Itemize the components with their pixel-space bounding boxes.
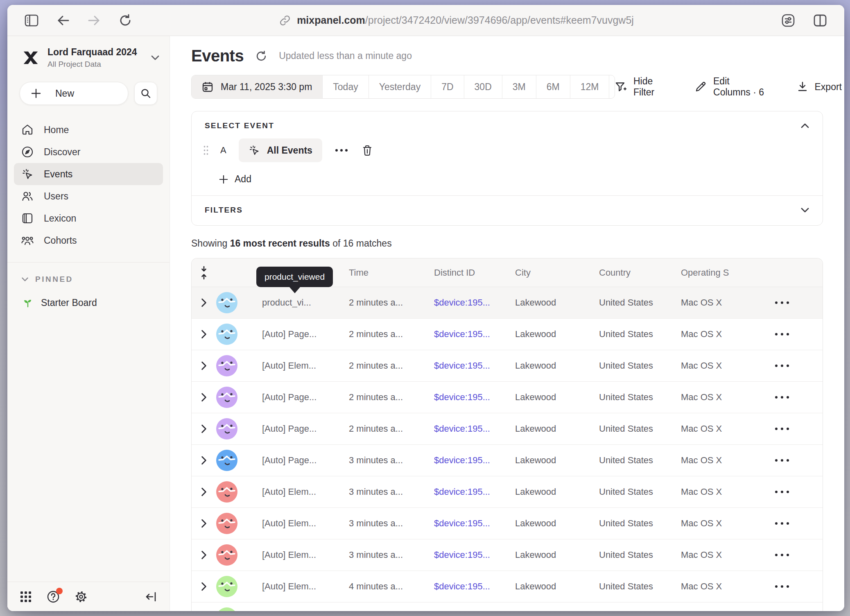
cell-city: Lakewood	[515, 297, 599, 308]
export-button[interactable]: Export	[797, 81, 842, 93]
row-expander-icon[interactable]	[200, 550, 208, 560]
drag-handle-icon[interactable]	[203, 145, 209, 156]
row-expander-icon[interactable]	[200, 424, 208, 434]
cell-distinct-id[interactable]: $device:195...	[434, 329, 515, 340]
address-bar[interactable]: mixpanel.com/project/3472420/view/397469…	[132, 14, 781, 26]
sidebar-item-discover[interactable]: Discover	[14, 141, 163, 163]
range-7d[interactable]: 7D	[431, 75, 464, 98]
refresh-icon[interactable]	[255, 50, 267, 62]
back-icon[interactable]	[57, 15, 70, 26]
row-menu-button[interactable]	[775, 396, 823, 399]
row-expander-icon[interactable]	[200, 329, 208, 339]
row-expander-icon[interactable]	[200, 519, 208, 528]
range-6m[interactable]: 6M	[536, 75, 570, 98]
hide-filter-button[interactable]: Hide Filter	[615, 76, 666, 98]
clause-more-button[interactable]	[335, 149, 348, 152]
trash-icon[interactable]	[362, 144, 373, 156]
range-12m[interactable]: 12M	[570, 75, 610, 98]
range-xtd[interactable]: XTD	[609, 75, 615, 98]
edit-columns-button[interactable]: Edit Columns · 6	[695, 76, 768, 98]
cell-distinct-id[interactable]: $device:195...	[434, 360, 515, 371]
cell-time: 2 minutes a...	[349, 360, 434, 371]
cell-os: Mac OS X	[681, 550, 775, 560]
row-expander-icon[interactable]	[200, 298, 208, 308]
project-switcher[interactable]: Lord Farquaad 2024 All Project Data	[21, 47, 160, 69]
row-expander-icon[interactable]	[200, 487, 208, 497]
range-yesterday[interactable]: Yesterday	[369, 75, 431, 98]
sidebar-item-lexicon[interactable]: Lexicon	[14, 207, 163, 229]
collapse-sidebar-icon[interactable]	[145, 591, 157, 602]
chevron-up-icon[interactable]	[800, 123, 809, 129]
search-button[interactable]	[134, 82, 157, 105]
chevron-down-icon[interactable]	[800, 207, 809, 213]
row-menu-button[interactable]	[775, 585, 823, 588]
collapse-all-icon[interactable]	[200, 266, 208, 280]
table-row: [Auto] Elem...3 minutes a...$device:195.…	[192, 508, 823, 539]
row-menu-button[interactable]	[775, 522, 823, 525]
column-header-country[interactable]: Country	[599, 267, 681, 278]
cell-distinct-id[interactable]: $device:195...	[434, 392, 515, 403]
cell-os: Mac OS X	[681, 518, 775, 529]
column-header-city[interactable]: City	[515, 267, 599, 278]
range-3m[interactable]: 3M	[502, 75, 536, 98]
row-menu-button[interactable]	[775, 333, 823, 335]
select-event-label: SELECT EVENT	[205, 121, 274, 130]
row-expander-icon[interactable]	[200, 582, 208, 591]
row-menu-button[interactable]	[775, 554, 823, 556]
help-icon[interactable]	[47, 590, 60, 603]
cell-event-name: [Auto] Page...	[262, 455, 349, 466]
main-content: Events Updated less than a minute ago Ma…	[170, 36, 844, 611]
calendar-icon	[202, 81, 213, 93]
cell-time: 3 minutes a...	[349, 518, 434, 529]
sidebar-item-home[interactable]: Home	[14, 119, 163, 141]
sidebar-item-cohorts[interactable]: Cohorts	[14, 229, 163, 251]
page-title: Events	[191, 47, 244, 65]
table-row	[192, 602, 823, 611]
apps-grid-icon[interactable]	[20, 591, 32, 603]
cell-distinct-id[interactable]: $device:195...	[434, 487, 515, 497]
row-menu-button[interactable]	[775, 428, 823, 430]
row-menu-button[interactable]	[775, 459, 823, 462]
range-30d[interactable]: 30D	[464, 75, 502, 98]
row-expander-icon[interactable]	[200, 361, 208, 371]
sidebar-item-users[interactable]: Users	[14, 185, 163, 207]
reload-icon[interactable]	[119, 14, 132, 27]
row-menu-button[interactable]	[775, 491, 823, 493]
row-menu-button[interactable]	[775, 301, 823, 304]
cell-event-name: [Auto] Page...	[262, 424, 349, 434]
row-expander-icon[interactable]	[200, 455, 208, 465]
browser-settings-icon[interactable]	[781, 14, 795, 27]
cell-distinct-id[interactable]: $device:195...	[434, 297, 515, 308]
row-menu-button[interactable]	[775, 365, 823, 367]
table-row: [Auto] Page...2 minutes a...$device:195.…	[192, 382, 823, 413]
sidebar-item-label: Users	[44, 191, 68, 202]
gear-icon[interactable]	[75, 590, 88, 603]
browser-sidebar-toggle-icon[interactable]	[25, 14, 38, 27]
pinned-item-starter-board[interactable]: Starter Board	[22, 297, 170, 308]
event-selector-button[interactable]: All Events	[239, 138, 322, 162]
chevron-down-icon	[21, 277, 29, 282]
pinned-section-header[interactable]: PINNED	[21, 275, 170, 284]
cell-country: United States	[599, 297, 681, 308]
split-view-icon[interactable]	[813, 14, 827, 27]
add-event-button[interactable]: Add	[219, 174, 823, 185]
cell-distinct-id[interactable]: $device:195...	[434, 550, 515, 560]
cell-distinct-id[interactable]: $device:195...	[434, 518, 515, 529]
range-today[interactable]: Today	[323, 75, 368, 98]
forward-icon[interactable]	[88, 15, 101, 26]
cell-distinct-id[interactable]: $device:195...	[434, 581, 515, 592]
column-header-time[interactable]: Time	[349, 267, 434, 278]
cell-event-name: product_vi...	[262, 297, 349, 308]
row-expander-icon[interactable]	[200, 392, 208, 402]
cell-country: United States	[599, 518, 681, 529]
cell-time: 3 minutes a...	[349, 487, 434, 497]
cell-distinct-id[interactable]: $device:195...	[434, 424, 515, 434]
date-picker[interactable]: Mar 11, 2025 3:30 pm	[192, 75, 323, 98]
new-button[interactable]: New	[20, 82, 128, 105]
sidebar-item-events[interactable]: Events	[14, 163, 163, 185]
sidebar-bottom-bar	[7, 582, 170, 611]
cell-distinct-id[interactable]: $device:195...	[434, 455, 515, 466]
column-header-operating-s[interactable]: Operating S	[681, 267, 775, 278]
column-header-distinct-id[interactable]: Distinct ID	[434, 267, 515, 278]
range-label: 12M	[581, 82, 599, 93]
